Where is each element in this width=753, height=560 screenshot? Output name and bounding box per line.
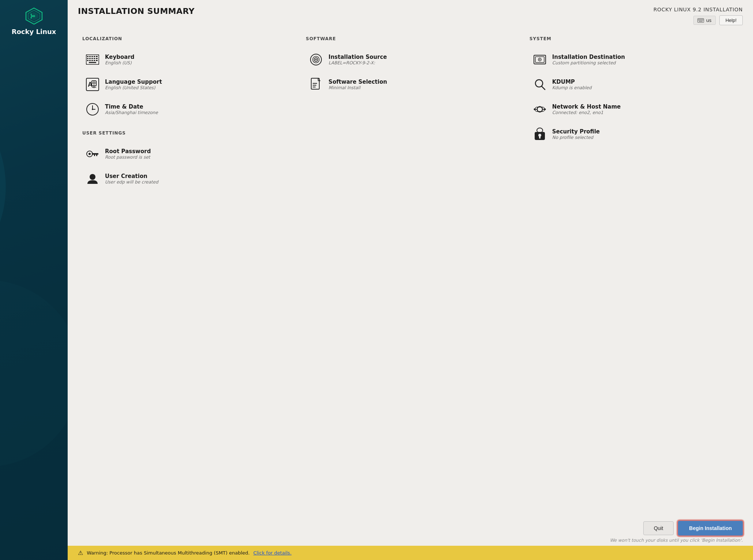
- begin-installation-button[interactable]: Begin Installation: [678, 521, 743, 536]
- svg-rect-8: [703, 19, 703, 20]
- svg-rect-47: [94, 155, 95, 156]
- footer-note: We won't touch your disks until you clic…: [78, 538, 743, 543]
- svg-point-2: [33, 15, 35, 17]
- svg-rect-5: [699, 19, 700, 20]
- language-support-item[interactable]: A Language Support English (United State…: [82, 72, 291, 97]
- svg-rect-55: [313, 85, 316, 86]
- svg-rect-29: [94, 60, 95, 61]
- svg-rect-26: [87, 60, 89, 61]
- keyboard-name: Keyboard: [105, 54, 135, 60]
- product-label: ROCKY LINUX 9.2 INSTALLATION: [654, 7, 743, 12]
- keyboard-item[interactable]: Keyboard English (US): [82, 47, 291, 72]
- localization-title: LOCALIZATION: [82, 36, 291, 41]
- installation-destination-text: Installation Destination Custom partitio…: [552, 54, 625, 65]
- svg-rect-6: [700, 19, 701, 20]
- user-creation-desc: User edp will be created: [105, 179, 158, 185]
- time-date-desc: Asia/Shanghai timezone: [105, 110, 158, 115]
- root-password-item[interactable]: Root Password Root password is set: [82, 141, 291, 166]
- svg-rect-14: [699, 21, 703, 22]
- security-profile-text: Security Profile No profile selected: [552, 128, 600, 140]
- software-selection-desc: Minimal Install: [328, 85, 387, 90]
- software-selection-text: Software Selection Minimal Install: [328, 79, 387, 90]
- security-profile-desc: No profile selected: [552, 135, 600, 140]
- software-section: SOFTWARE Installation Source: [306, 36, 515, 191]
- svg-rect-46: [96, 155, 97, 156]
- user-creation-text: User Creation User edp will be created: [105, 173, 158, 185]
- svg-rect-13: [703, 20, 703, 20]
- kdump-item[interactable]: KDUMP Kdump is enabled: [530, 72, 738, 97]
- svg-rect-21: [87, 58, 89, 59]
- installation-destination-name: Installation Destination: [552, 54, 625, 60]
- time-date-name: Time & Date: [105, 103, 158, 110]
- svg-point-60: [539, 59, 540, 60]
- network-hostname-text: Network & Host Name Connected: eno2, eno…: [552, 103, 621, 115]
- keyboard-item-icon: [85, 52, 100, 67]
- network-hostname-name: Network & Host Name: [552, 103, 621, 110]
- keyboard-indicator[interactable]: us: [693, 16, 716, 25]
- security-profile-icon: [532, 127, 547, 141]
- svg-rect-16: [87, 56, 89, 57]
- kdump-desc: Kdump is enabled: [552, 85, 592, 90]
- language-support-text: Language Support English (United States): [105, 79, 162, 90]
- kdump-icon: [532, 77, 547, 92]
- user-creation-name: User Creation: [105, 173, 158, 179]
- svg-point-44: [89, 153, 91, 155]
- svg-rect-12: [701, 20, 702, 20]
- svg-rect-31: [89, 62, 96, 63]
- time-date-icon: [85, 102, 100, 117]
- svg-point-48: [90, 174, 95, 180]
- kdump-name: KDUMP: [552, 79, 592, 85]
- svg-rect-27: [89, 60, 91, 61]
- system-items: Installation Destination Custom partitio…: [530, 47, 738, 147]
- svg-rect-9: [698, 20, 699, 20]
- installation-source-name: Installation Source: [328, 54, 387, 60]
- network-hostname-item[interactable]: Network & Host Name Connected: eno2, eno…: [530, 97, 738, 122]
- user-creation-icon: [85, 171, 100, 186]
- localization-items: Keyboard English (US) A: [82, 47, 291, 191]
- svg-rect-4: [698, 19, 699, 20]
- warning-details-link[interactable]: Click for details.: [253, 550, 292, 556]
- header-right: ROCKY LINUX 9.2 INSTALLATION: [654, 7, 743, 25]
- software-title: SOFTWARE: [306, 36, 515, 41]
- installation-destination-item[interactable]: Installation Destination Custom partitio…: [530, 47, 738, 72]
- sections-area: LOCALIZATION: [68, 29, 753, 517]
- svg-rect-73: [539, 136, 541, 139]
- network-hostname-icon: [532, 102, 547, 117]
- svg-point-63: [537, 107, 542, 112]
- keyboard-icon: [697, 18, 704, 23]
- keyboard-text: Keyboard English (US): [105, 54, 135, 65]
- rocky-linux-logo-icon: [25, 7, 44, 26]
- svg-rect-45: [92, 153, 98, 155]
- logo-container: Rocky Linux: [12, 7, 56, 36]
- svg-rect-7: [701, 19, 702, 20]
- keyboard-desc: English (US): [105, 60, 135, 65]
- language-support-desc: English (United States): [105, 85, 162, 90]
- root-password-name: Root Password: [105, 148, 151, 155]
- time-date-item[interactable]: Time & Date Asia/Shanghai timezone: [82, 97, 291, 122]
- svg-rect-22: [89, 58, 91, 59]
- user-creation-item[interactable]: User Creation User edp will be created: [82, 166, 291, 191]
- language-support-name: Language Support: [105, 79, 162, 85]
- software-selection-item[interactable]: Software Selection Minimal Install: [306, 72, 515, 97]
- kdump-text: KDUMP Kdump is enabled: [552, 79, 592, 90]
- root-password-icon: [85, 147, 100, 161]
- svg-point-42: [92, 109, 93, 110]
- quit-button[interactable]: Quit: [643, 521, 674, 535]
- svg-rect-54: [313, 83, 317, 84]
- sidebar: Rocky Linux: [0, 0, 68, 560]
- installation-source-item[interactable]: Installation Source LABEL=ROCKY-9-2-X:: [306, 47, 515, 72]
- svg-rect-19: [94, 56, 95, 57]
- page-title: INSTALLATION SUMMARY: [78, 7, 195, 16]
- network-hostname-desc: Connected: eno2, eno1: [552, 110, 621, 115]
- warning-text: Warning: Processor has Simultaneous Mult…: [87, 550, 249, 556]
- svg-rect-23: [91, 58, 93, 59]
- svg-rect-30: [96, 60, 98, 61]
- keyboard-layout-label: us: [706, 18, 712, 23]
- help-button[interactable]: Help!: [719, 15, 743, 25]
- svg-rect-28: [91, 60, 93, 61]
- system-section: SYSTEM Installation Destinat: [530, 36, 738, 191]
- header: INSTALLATION SUMMARY ROCKY LINUX 9.2 INS…: [68, 0, 753, 29]
- security-profile-item[interactable]: Security Profile No profile selected: [530, 122, 738, 147]
- root-password-desc: Root password is set: [105, 155, 151, 160]
- svg-point-51: [315, 59, 317, 60]
